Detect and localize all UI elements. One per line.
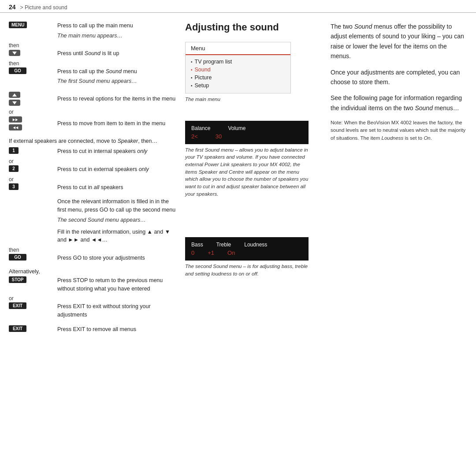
step-down-arrow: Press until Sound is lit up [9, 49, 176, 58]
step-ffrew-text: Press to move from item to item in the m… [57, 119, 176, 128]
step-go-label-col: GO [9, 67, 53, 74]
step-ffrew: Press to move from item to item in the m… [9, 116, 176, 131]
step-exit-1: EXIT Press EXIT to exit without storing … [9, 302, 176, 319]
bullet-4: • [191, 83, 193, 88]
step-go-text: Press to call up the Sound menu [57, 67, 176, 76]
page-header: 24 > Picture and sound [0, 0, 476, 13]
step-speaker-2-label: 2 [9, 165, 53, 172]
step-exit-1-label: EXIT [9, 302, 53, 309]
or-label-2: or [9, 158, 176, 164]
step-updown-text: Press to reveal options for the items in… [57, 95, 176, 103]
right-col-para1: The two Sound menus offer the possibilit… [331, 22, 467, 61]
right-col-note: Note: When the BeoVision MX 4002 leaves … [331, 119, 467, 142]
menu-item-picture: • Picture [191, 74, 285, 82]
exit-button-final[interactable]: EXIT [9, 325, 26, 332]
step-stop: STOP Press STOP to return to the previou… [9, 276, 176, 293]
step-speaker-3-text: Press to cut in all speakers [57, 183, 176, 192]
step-stop-text: Press STOP to return to the previous men… [57, 276, 176, 293]
stop-button[interactable]: STOP [9, 276, 26, 283]
speaker-section-intro: If external speakers are connected, move… [9, 137, 176, 145]
step-exit-1-text: Press EXIT to exit without storing your … [57, 302, 176, 319]
then-label-1: then [9, 42, 176, 48]
bullet-2: • [191, 67, 193, 72]
menu-item-sound-label: Sound [195, 67, 211, 73]
svg-marker-3 [13, 119, 15, 121]
step-exit-final-label: EXIT [9, 325, 53, 332]
breadcrumb: > Picture and sound [20, 4, 67, 11]
or-label-1: or [9, 109, 176, 115]
step-go-store: GO Press GO to store your adjustments [9, 254, 176, 262]
sm1-volume-header: Volume [228, 125, 245, 131]
go-second-menu-text: Once the relevant information is filled … [9, 197, 176, 214]
bullet-3: • [191, 75, 193, 80]
svg-marker-5 [16, 127, 18, 129]
menu-mockup-items: • TV program list • Sound • Picture • Se… [186, 55, 290, 93]
sm1-volume-value: 30 [216, 133, 222, 140]
sm2-treble-value: +1 [208, 249, 214, 256]
step-exit-final: EXIT Press EXIT to remove all menus [9, 325, 176, 334]
step-up-down: Press to reveal options for the items in… [9, 91, 176, 106]
menu-item-tvprogramlist-label: TV program list [195, 59, 232, 65]
step-down-label-col [9, 49, 53, 56]
sound-menu-2-mockup: Bass Treble Loudness 0 +1 On [185, 237, 309, 261]
sm1-balance-header: Balance [191, 125, 210, 131]
step-speaker-3-label: 3 [9, 183, 53, 190]
step-menu: MENU Press to call up the main menu [9, 22, 176, 30]
sm2-bass-value: 0 [191, 249, 194, 256]
step-menu-note: The main menu appears… [9, 33, 176, 39]
step-speaker-1: 1 Press to cut in internal speakers only [9, 147, 176, 156]
rew-button[interactable] [9, 124, 22, 130]
button-2[interactable]: 2 [9, 165, 19, 172]
right-col-para2: Once your adjustments are completed, you… [331, 67, 467, 87]
menu-item-tvprogramlist: • TV program list [191, 58, 285, 66]
menu-item-setup-label: Setup [195, 82, 209, 89]
sm1-balance-value: 2< [191, 133, 198, 140]
exit-button-1[interactable]: EXIT [9, 302, 26, 309]
up-arrow-button[interactable] [9, 92, 20, 98]
second-sound-appears-note: The second Sound menu appears… [9, 216, 176, 224]
main-content: MENU Press to call up the main menu The … [0, 13, 476, 345]
button-3[interactable]: 3 [9, 183, 19, 190]
menu-item-picture-label: Picture [195, 74, 212, 81]
sm2-treble-header: Treble [216, 242, 231, 248]
menu-item-setup: • Setup [191, 82, 285, 89]
page-title: Adjusting the sound [185, 22, 317, 33]
fill-info-text: Fill in the relevant information, using … [9, 228, 176, 245]
main-menu-mockup: Menu • TV program list • Sound • Picture [185, 42, 291, 93]
right-column: The two Sound menus offer the possibilit… [322, 22, 467, 336]
sm2-loudness-header: Loudness [244, 242, 267, 248]
sound-menu-2-caption: The second Sound menu – is for adjusting… [185, 263, 309, 277]
go-store-button[interactable]: GO [9, 254, 26, 261]
step-go: GO Press to call up the Sound menu [9, 67, 176, 76]
step-ffrew-label-col [9, 116, 53, 131]
down-arrow-button[interactable] [9, 50, 20, 56]
step-menu-label-col: MENU [9, 22, 53, 28]
sound-menu-1-caption: The first Sound menu – allows you to adj… [185, 146, 309, 198]
step-menu-text: Press to call up the main menu [57, 22, 176, 30]
ff-button[interactable] [9, 116, 22, 123]
down-arrow-button-2[interactable] [9, 100, 20, 106]
svg-marker-4 [15, 119, 18, 121]
sm2-bass-header: Bass [191, 242, 203, 248]
page-number: 24 [9, 4, 16, 11]
sm2-value-row: 0 +1 On [191, 249, 302, 256]
or-label-4: or [9, 295, 176, 302]
menu-button[interactable]: MENU [9, 22, 27, 28]
step-go-note: The first Sound menu appears… [9, 78, 176, 84]
svg-marker-0 [12, 52, 17, 55]
middle-column: Adjusting the sound Menu • TV program li… [181, 22, 322, 336]
page-wrapper: 24 > Picture and sound MENU Press to cal… [0, 0, 476, 345]
go-button[interactable]: GO [9, 67, 26, 74]
step-stop-label: STOP [9, 276, 53, 283]
step-go-store-text: Press GO to store your adjustments [57, 254, 176, 262]
button-1[interactable]: 1 [9, 147, 19, 154]
svg-marker-2 [12, 101, 17, 104]
step-speaker-2: 2 Press to cut in external speakers only [9, 165, 176, 174]
bullet-1: • [191, 60, 193, 64]
alternatively-label: Alternatively, [9, 268, 176, 275]
step-speaker-3: 3 Press to cut in all speakers [9, 183, 176, 192]
step-speaker-1-text: Press to cut in internal speakers only [57, 147, 176, 156]
main-menu-caption: The main menu [185, 96, 309, 103]
sm2-header-row: Bass Treble Loudness [191, 242, 302, 248]
menu-mockup-header: Menu [186, 42, 290, 55]
